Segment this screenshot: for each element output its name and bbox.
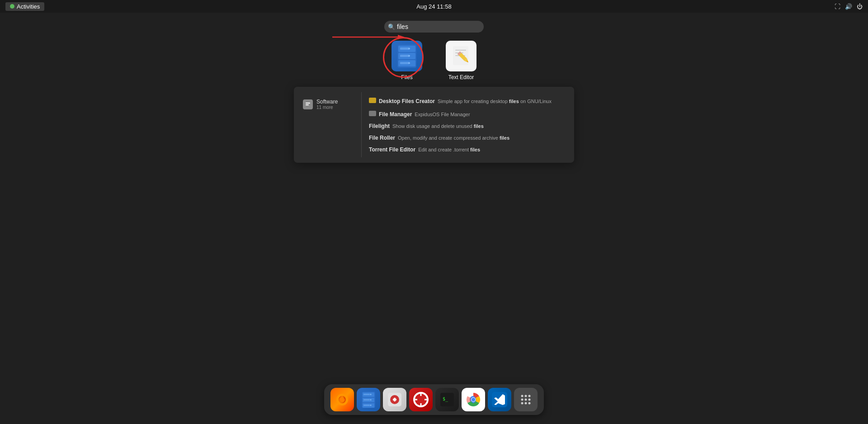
svg-point-5 <box>408 48 410 50</box>
text-editor-app-icon[interactable]: Text Editor <box>441 41 481 80</box>
svg-point-57 <box>521 399 524 401</box>
result-name-3: File Roller <box>369 135 395 141</box>
desktop-background: 🔍 <box>0 13 868 424</box>
software-center-icon <box>303 99 313 109</box>
result-desc-0: Simple app for creating desktop files on… <box>438 99 552 104</box>
svg-point-59 <box>528 399 531 401</box>
svg-marker-1 <box>398 35 405 39</box>
topbar-right: ⛶ 🔊 ⏻ <box>835 3 863 10</box>
result-desc-1: ExpidusOS File Manager <box>415 112 470 117</box>
result-file-roller[interactable]: File Roller Open, modify and create comp… <box>367 132 569 144</box>
search-input[interactable] <box>384 21 484 33</box>
result-desc-2: Show disk usage and delete unused files <box>392 123 484 129</box>
sidebar-panel: Software 11 more <box>294 92 362 157</box>
red-arrow-annotation <box>332 34 405 40</box>
svg-rect-34 <box>363 405 370 406</box>
activities-dot-icon <box>10 4 14 9</box>
search-bar-container: 🔍 <box>384 21 484 33</box>
svg-point-62 <box>528 402 531 405</box>
svg-point-35 <box>370 405 372 406</box>
files-icon <box>392 41 422 71</box>
svg-point-8 <box>408 55 410 57</box>
activities-label: Activities <box>17 3 40 10</box>
dock-firefox[interactable] <box>330 388 354 411</box>
result-icon-1 <box>369 111 376 116</box>
svg-point-11 <box>408 62 410 64</box>
result-desc-3: Open, modify and create compressed archi… <box>398 135 509 141</box>
result-name-4: Torrent File Editor <box>369 146 415 153</box>
dock-vscode[interactable] <box>488 388 511 411</box>
results-panel: Software 11 more Desktop Files Creator S… <box>294 87 574 163</box>
search-icon: 🔍 <box>388 24 395 30</box>
volume-icon: 🔊 <box>845 3 852 10</box>
topbar: Activities Aug 24 11:58 ⛶ 🔊 ⏻ <box>0 0 868 13</box>
svg-rect-13 <box>455 50 466 51</box>
svg-rect-39 <box>394 398 396 401</box>
result-file-manager[interactable]: File Manager ExpidusOS File Manager <box>367 107 569 120</box>
sidebar-software-label: Software <box>316 99 338 105</box>
svg-rect-7 <box>400 55 409 57</box>
dock-apps-grid[interactable] <box>514 388 538 411</box>
svg-rect-4 <box>400 47 409 50</box>
svg-point-42 <box>417 396 425 403</box>
clock: Aug 24 11:58 <box>416 3 451 10</box>
result-name-2: Filelight <box>369 123 390 129</box>
svg-rect-22 <box>306 104 309 105</box>
app-icons-row: Files <box>377 41 491 80</box>
svg-point-29 <box>370 394 372 395</box>
dock-help[interactable] <box>409 388 433 411</box>
result-name-1: File Manager <box>379 111 412 118</box>
result-torrent-file-editor[interactable]: Torrent File Editor Edit and create .tor… <box>367 144 569 155</box>
svg-rect-10 <box>400 62 409 64</box>
dock-chrome[interactable] <box>462 388 485 411</box>
result-desc-4: Edit and create .torrent files <box>418 147 480 152</box>
result-filelight[interactable]: Filelight Show disk usage and delete unu… <box>367 120 569 132</box>
result-icon-0 <box>369 98 376 103</box>
dock-software-center[interactable] <box>383 388 406 411</box>
svg-rect-31 <box>363 399 370 400</box>
screen-icon: ⛶ <box>835 3 840 10</box>
result-name-0: Desktop Files Creator <box>379 98 435 104</box>
dock-terminal[interactable]: $_ <box>435 388 459 411</box>
svg-point-55 <box>525 395 527 397</box>
svg-text:$_: $_ <box>443 396 448 402</box>
svg-point-58 <box>525 399 527 401</box>
svg-point-52 <box>472 398 475 401</box>
text-editor-icon <box>446 41 476 71</box>
svg-point-32 <box>370 399 372 400</box>
results-panel-inner: Software 11 more Desktop Files Creator S… <box>294 92 574 157</box>
sidebar-item-software[interactable]: Software 11 more <box>299 96 356 113</box>
files-app-icon[interactable]: Files <box>387 41 427 80</box>
power-icon: ⏻ <box>857 3 863 10</box>
activities-button[interactable]: Activities <box>5 2 44 11</box>
svg-rect-28 <box>363 394 370 395</box>
svg-point-54 <box>521 395 524 397</box>
search-area: 🔍 <box>0 13 868 163</box>
svg-point-56 <box>528 395 531 397</box>
svg-point-60 <box>521 402 524 405</box>
svg-rect-21 <box>306 103 310 104</box>
result-desktop-files-creator[interactable]: Desktop Files Creator Simple app for cre… <box>367 94 569 107</box>
svg-point-61 <box>525 402 527 405</box>
text-editor-app-label: Text Editor <box>448 74 474 80</box>
files-app-label: Files <box>401 74 412 80</box>
sidebar-software-count: 11 more <box>316 105 338 110</box>
dock-files[interactable] <box>357 388 380 411</box>
dock: $_ <box>324 384 544 415</box>
results-list: Desktop Files Creator Simple app for cre… <box>362 92 574 157</box>
